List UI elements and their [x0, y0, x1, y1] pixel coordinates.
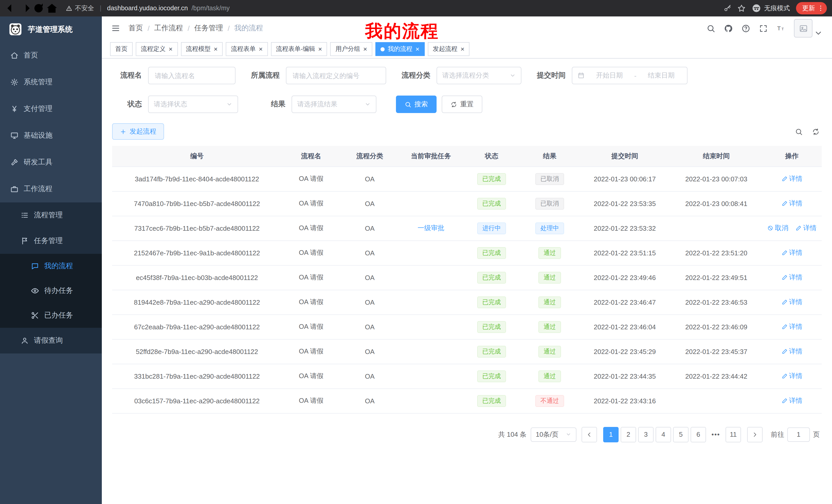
sidebar-item-5[interactable]: 工作流程: [0, 176, 102, 202]
bookmark-star-icon[interactable]: [737, 4, 746, 12]
status-badge: 进行中: [477, 222, 506, 234]
page-button-4[interactable]: 4: [656, 427, 671, 442]
cancel-icon: [767, 225, 773, 231]
tab-0[interactable]: 首页: [110, 42, 133, 56]
total-count: 共 104 条: [498, 430, 526, 439]
address-bar[interactable]: 不安全 | dashboard.yudao.iocoder.cn/bpm/tas…: [66, 4, 724, 12]
sidebar-item-8[interactable]: 我的流程: [0, 254, 102, 278]
tab-6[interactable]: 我的流程×: [375, 42, 424, 56]
detail-action[interactable]: 详情: [781, 322, 802, 331]
detail-action[interactable]: 详情: [781, 298, 802, 307]
sidebar-item-9[interactable]: 待办任务: [0, 278, 102, 303]
sidebar-item-10[interactable]: 已办任务: [0, 303, 102, 328]
show-search-icon[interactable]: [795, 128, 803, 135]
tab-5[interactable]: 用户分组×: [330, 42, 372, 56]
breadcrumb-item-2[interactable]: 任务管理: [194, 24, 223, 33]
reset-button[interactable]: 重置: [442, 95, 482, 113]
page-size-select[interactable]: 10条/页: [531, 427, 576, 442]
page-button-6[interactable]: 6: [691, 427, 706, 442]
status-select[interactable]: 请选择状态: [148, 95, 238, 113]
status-badge: 已完成: [477, 247, 506, 259]
cell-status: 已完成: [463, 364, 520, 388]
create-process-button[interactable]: 发起流程: [112, 123, 164, 140]
sidebar-item-1[interactable]: 系统管理: [0, 69, 102, 95]
github-icon[interactable]: [724, 24, 733, 33]
page-button-1[interactable]: 1: [603, 427, 619, 442]
result-select[interactable]: 请选择流结果: [291, 95, 376, 113]
browser-forward-icon[interactable]: [19, 2, 32, 15]
breadcrumb-item-1[interactable]: 工作流程: [154, 24, 183, 33]
fullscreen-icon[interactable]: [759, 24, 768, 33]
sidebar-item-0[interactable]: 首页: [0, 42, 102, 69]
cancel-action[interactable]: 取消: [767, 223, 788, 233]
page-button-3[interactable]: 3: [638, 427, 654, 442]
tab-2[interactable]: 流程模型×: [181, 42, 223, 56]
user-menu[interactable]: [794, 19, 823, 37]
font-size-icon[interactable]: TT: [777, 24, 785, 33]
chevron-down-icon: [510, 73, 516, 79]
tab-4[interactable]: 流程表单-编辑×: [271, 42, 327, 56]
detail-action[interactable]: 详情: [781, 174, 802, 184]
page-button-11[interactable]: 11: [726, 427, 741, 442]
search-icon[interactable]: [706, 24, 715, 33]
page-button-2[interactable]: 2: [621, 427, 636, 442]
parent-process-label: 所属流程: [251, 71, 280, 80]
detail-action[interactable]: 详情: [781, 248, 802, 257]
help-icon[interactable]: [742, 24, 750, 33]
next-page-button[interactable]: [747, 427, 762, 442]
tab-3[interactable]: 流程表单×: [226, 42, 268, 56]
cell-name: OA 请假: [282, 166, 340, 191]
goto-page-input[interactable]: [787, 427, 810, 442]
close-icon[interactable]: ×: [214, 46, 217, 52]
detail-action[interactable]: 详情: [796, 223, 816, 233]
browser-home-icon[interactable]: [45, 2, 59, 15]
process-table: 编号流程名流程分类当前审批任务状态结果提交时间结束时间操作 3ad174fb-7…: [112, 146, 822, 413]
close-icon[interactable]: ×: [259, 46, 262, 52]
task-link[interactable]: 一级审批: [418, 224, 444, 232]
top-navbar: 首页/工作流程/任务管理/我的流程 TT: [102, 17, 832, 40]
close-icon[interactable]: ×: [415, 46, 419, 52]
sidebar-item-6[interactable]: 流程管理: [0, 202, 102, 228]
browser-reload-icon[interactable]: [32, 2, 45, 15]
close-icon[interactable]: ×: [461, 46, 464, 52]
parent-process-input[interactable]: [286, 67, 386, 84]
browser-back-icon[interactable]: [5, 2, 19, 15]
tab-1[interactable]: 流程定义×: [136, 42, 178, 56]
sidebar-item-3[interactable]: 基础设施: [0, 122, 102, 149]
avatar[interactable]: [794, 19, 812, 37]
submit-time-range-picker[interactable]: 开始日期 - 结束日期: [572, 67, 687, 84]
red-annotation-text: 我的流程: [365, 20, 439, 43]
goto-suffix: 页: [813, 430, 820, 439]
caret-down-icon: [814, 29, 823, 37]
detail-action[interactable]: 详情: [781, 347, 802, 356]
sidebar-item-7[interactable]: 任务管理: [0, 228, 102, 254]
submit-time-label: 提交时间: [537, 71, 566, 80]
key-icon[interactable]: [724, 4, 731, 12]
process-name-input[interactable]: [148, 67, 235, 84]
detail-action[interactable]: 详情: [781, 371, 802, 381]
tab-7[interactable]: 发起流程×: [427, 42, 469, 56]
sidebar-item-2[interactable]: 支付管理: [0, 95, 102, 122]
browser-update-button[interactable]: 更新: [796, 2, 827, 15]
category-select[interactable]: 请选择流程分类: [437, 67, 521, 84]
kebab-menu-icon[interactable]: [817, 5, 824, 12]
security-warning[interactable]: 不安全: [66, 4, 94, 12]
refresh-table-icon[interactable]: [812, 128, 820, 135]
breadcrumb-separator: /: [148, 24, 150, 32]
hamburger-icon[interactable]: [111, 24, 120, 33]
close-icon[interactable]: ×: [318, 46, 322, 52]
page-button-5[interactable]: 5: [673, 427, 688, 442]
sidebar-item-4[interactable]: 研发工具: [0, 149, 102, 176]
detail-action[interactable]: 详情: [781, 199, 802, 208]
result-badge: 通过: [538, 247, 561, 259]
sidebar-item-11[interactable]: 请假查询: [0, 328, 102, 354]
close-icon[interactable]: ×: [363, 46, 367, 52]
calendar-icon: [577, 72, 585, 79]
breadcrumb-item-0[interactable]: 首页: [129, 24, 143, 33]
prev-page-button[interactable]: [581, 427, 597, 442]
detail-action[interactable]: 详情: [781, 396, 802, 405]
more-pages-button[interactable]: •••: [708, 427, 724, 442]
detail-action[interactable]: 详情: [781, 273, 802, 282]
search-button[interactable]: 搜索: [396, 95, 437, 113]
close-icon[interactable]: ×: [169, 46, 173, 52]
